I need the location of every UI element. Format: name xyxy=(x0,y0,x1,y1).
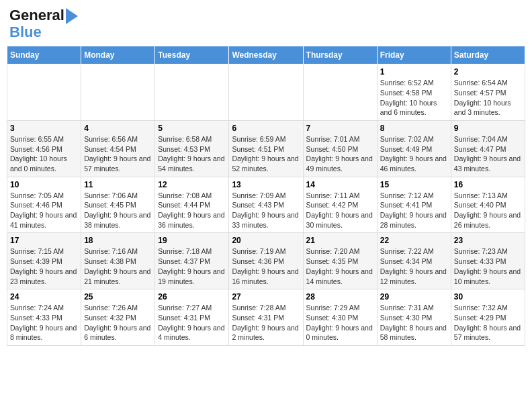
day-cell: 16Sunrise: 7:13 AM Sunset: 4:40 PM Dayli… xyxy=(451,177,525,233)
day-info: Sunrise: 7:31 AM Sunset: 4:30 PM Dayligh… xyxy=(380,303,448,342)
day-info: Sunrise: 7:29 AM Sunset: 4:30 PM Dayligh… xyxy=(306,303,374,342)
day-info: Sunrise: 7:24 AM Sunset: 4:33 PM Dayligh… xyxy=(10,303,78,342)
day-number: 4 xyxy=(84,124,152,133)
logo-text-line2: Blue xyxy=(9,24,78,40)
day-number: 14 xyxy=(306,180,374,189)
day-number: 23 xyxy=(454,236,522,245)
day-cell: 14Sunrise: 7:11 AM Sunset: 4:42 PM Dayli… xyxy=(303,177,377,233)
day-info: Sunrise: 6:58 AM Sunset: 4:53 PM Dayligh… xyxy=(158,134,226,174)
day-cell: 21Sunrise: 7:20 AM Sunset: 4:35 PM Dayli… xyxy=(303,233,377,289)
day-cell xyxy=(303,64,377,121)
day-cell: 2Sunrise: 6:54 AM Sunset: 4:57 PM Daylig… xyxy=(451,64,525,121)
day-number: 3 xyxy=(10,124,78,133)
day-info: Sunrise: 6:54 AM Sunset: 4:57 PM Dayligh… xyxy=(454,78,522,118)
week-row-1: 1Sunrise: 6:52 AM Sunset: 4:58 PM Daylig… xyxy=(7,64,525,121)
day-info: Sunrise: 7:12 AM Sunset: 4:41 PM Dayligh… xyxy=(380,191,448,230)
day-number: 29 xyxy=(380,292,448,302)
week-row-4: 17Sunrise: 7:15 AM Sunset: 4:39 PM Dayli… xyxy=(7,233,525,289)
day-cell: 30Sunrise: 7:32 AM Sunset: 4:29 PM Dayli… xyxy=(451,289,525,346)
day-info: Sunrise: 7:06 AM Sunset: 4:45 PM Dayligh… xyxy=(84,191,152,230)
weekday-header-monday: Monday xyxy=(81,46,155,64)
weekday-header-row: SundayMondayTuesdayWednesdayThursdayFrid… xyxy=(7,46,525,64)
day-number: 5 xyxy=(158,124,226,133)
day-number: 27 xyxy=(232,292,300,302)
logo-arrow-icon xyxy=(66,8,78,24)
logo: General Blue xyxy=(9,7,78,40)
day-cell: 13Sunrise: 7:09 AM Sunset: 4:43 PM Dayli… xyxy=(229,177,303,233)
day-number: 26 xyxy=(158,292,226,302)
day-info: Sunrise: 7:04 AM Sunset: 4:47 PM Dayligh… xyxy=(454,134,522,174)
day-info: Sunrise: 6:56 AM Sunset: 4:54 PM Dayligh… xyxy=(84,134,152,174)
day-cell: 18Sunrise: 7:16 AM Sunset: 4:38 PM Dayli… xyxy=(81,233,155,289)
day-info: Sunrise: 7:22 AM Sunset: 4:34 PM Dayligh… xyxy=(380,246,448,286)
day-number: 16 xyxy=(454,180,522,189)
day-number: 25 xyxy=(84,292,152,302)
week-row-5: 24Sunrise: 7:24 AM Sunset: 4:33 PM Dayli… xyxy=(7,289,525,346)
logo-text-line1: General xyxy=(9,7,64,24)
day-cell: 28Sunrise: 7:29 AM Sunset: 4:30 PM Dayli… xyxy=(303,289,377,346)
day-number: 13 xyxy=(232,180,300,189)
day-number: 1 xyxy=(380,67,448,77)
day-number: 21 xyxy=(306,236,374,245)
day-cell: 7Sunrise: 7:01 AM Sunset: 4:50 PM Daylig… xyxy=(303,120,377,177)
calendar-table: SundayMondayTuesdayWednesdayThursdayFrid… xyxy=(7,46,525,346)
day-cell: 15Sunrise: 7:12 AM Sunset: 4:41 PM Dayli… xyxy=(377,177,451,233)
day-info: Sunrise: 7:02 AM Sunset: 4:49 PM Dayligh… xyxy=(380,134,448,174)
day-number: 30 xyxy=(454,292,522,302)
day-number: 11 xyxy=(84,180,152,189)
day-info: Sunrise: 7:09 AM Sunset: 4:43 PM Dayligh… xyxy=(232,191,300,230)
day-info: Sunrise: 7:05 AM Sunset: 4:46 PM Dayligh… xyxy=(10,191,78,230)
day-info: Sunrise: 7:11 AM Sunset: 4:42 PM Dayligh… xyxy=(306,191,374,230)
day-number: 2 xyxy=(454,67,522,77)
day-cell: 29Sunrise: 7:31 AM Sunset: 4:30 PM Dayli… xyxy=(377,289,451,346)
day-number: 12 xyxy=(158,180,226,189)
day-number: 18 xyxy=(84,236,152,245)
day-info: Sunrise: 7:15 AM Sunset: 4:39 PM Dayligh… xyxy=(10,246,78,286)
day-cell: 4Sunrise: 6:56 AM Sunset: 4:54 PM Daylig… xyxy=(81,120,155,177)
day-number: 17 xyxy=(10,236,78,245)
day-info: Sunrise: 6:59 AM Sunset: 4:51 PM Dayligh… xyxy=(232,134,300,174)
week-row-2: 3Sunrise: 6:55 AM Sunset: 4:56 PM Daylig… xyxy=(7,120,525,177)
day-info: Sunrise: 7:32 AM Sunset: 4:29 PM Dayligh… xyxy=(454,303,522,342)
day-cell xyxy=(229,64,303,121)
page-header: General Blue xyxy=(7,7,525,40)
day-info: Sunrise: 7:18 AM Sunset: 4:37 PM Dayligh… xyxy=(158,246,226,286)
day-number: 6 xyxy=(232,124,300,133)
day-cell: 25Sunrise: 7:26 AM Sunset: 4:32 PM Dayli… xyxy=(81,289,155,346)
day-cell: 6Sunrise: 6:59 AM Sunset: 4:51 PM Daylig… xyxy=(229,120,303,177)
day-cell: 5Sunrise: 6:58 AM Sunset: 4:53 PM Daylig… xyxy=(155,120,229,177)
day-cell: 20Sunrise: 7:19 AM Sunset: 4:36 PM Dayli… xyxy=(229,233,303,289)
weekday-header-saturday: Saturday xyxy=(451,46,525,64)
week-row-3: 10Sunrise: 7:05 AM Sunset: 4:46 PM Dayli… xyxy=(7,177,525,233)
day-info: Sunrise: 6:55 AM Sunset: 4:56 PM Dayligh… xyxy=(10,134,78,174)
day-info: Sunrise: 6:52 AM Sunset: 4:58 PM Dayligh… xyxy=(380,78,448,118)
day-info: Sunrise: 7:20 AM Sunset: 4:35 PM Dayligh… xyxy=(306,246,374,286)
weekday-header-thursday: Thursday xyxy=(303,46,377,64)
day-cell: 9Sunrise: 7:04 AM Sunset: 4:47 PM Daylig… xyxy=(451,120,525,177)
day-cell: 22Sunrise: 7:22 AM Sunset: 4:34 PM Dayli… xyxy=(377,233,451,289)
day-number: 10 xyxy=(10,180,78,189)
day-cell xyxy=(7,64,81,121)
day-cell: 27Sunrise: 7:28 AM Sunset: 4:31 PM Dayli… xyxy=(229,289,303,346)
day-number: 8 xyxy=(380,124,448,133)
weekday-header-wednesday: Wednesday xyxy=(229,46,303,64)
weekday-header-tuesday: Tuesday xyxy=(155,46,229,64)
day-number: 15 xyxy=(380,180,448,189)
day-info: Sunrise: 7:01 AM Sunset: 4:50 PM Dayligh… xyxy=(306,134,374,174)
day-number: 9 xyxy=(454,124,522,133)
day-info: Sunrise: 7:23 AM Sunset: 4:33 PM Dayligh… xyxy=(454,246,522,286)
weekday-header-friday: Friday xyxy=(377,46,451,64)
day-info: Sunrise: 7:26 AM Sunset: 4:32 PM Dayligh… xyxy=(84,303,152,342)
day-number: 22 xyxy=(380,236,448,245)
day-cell xyxy=(81,64,155,121)
day-cell: 24Sunrise: 7:24 AM Sunset: 4:33 PM Dayli… xyxy=(7,289,81,346)
day-cell: 8Sunrise: 7:02 AM Sunset: 4:49 PM Daylig… xyxy=(377,120,451,177)
day-cell: 11Sunrise: 7:06 AM Sunset: 4:45 PM Dayli… xyxy=(81,177,155,233)
day-info: Sunrise: 7:13 AM Sunset: 4:40 PM Dayligh… xyxy=(454,191,522,230)
day-cell: 10Sunrise: 7:05 AM Sunset: 4:46 PM Dayli… xyxy=(7,177,81,233)
day-cell xyxy=(155,64,229,121)
day-info: Sunrise: 7:08 AM Sunset: 4:44 PM Dayligh… xyxy=(158,191,226,230)
day-cell: 19Sunrise: 7:18 AM Sunset: 4:37 PM Dayli… xyxy=(155,233,229,289)
day-info: Sunrise: 7:19 AM Sunset: 4:36 PM Dayligh… xyxy=(232,246,300,286)
day-number: 7 xyxy=(306,124,374,133)
